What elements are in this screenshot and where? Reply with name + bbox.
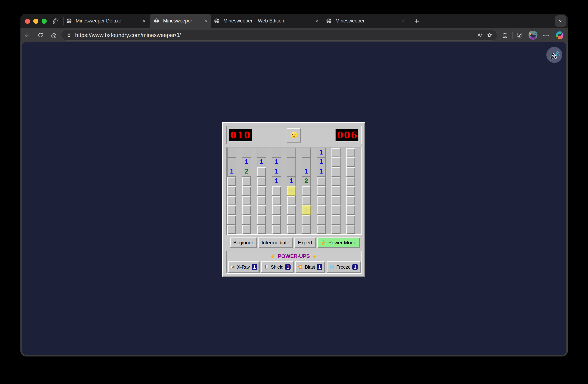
power-mode-button[interactable]: Power Mode: [317, 237, 360, 248]
cell-r5c1[interactable]: [227, 186, 236, 196]
close-tab-icon[interactable]: [204, 19, 208, 23]
smiley-reset-button[interactable]: [287, 128, 301, 142]
cell-r3c2[interactable]: 2: [242, 167, 251, 177]
cell-r6c3[interactable]: [257, 196, 266, 205]
cell-r1c1[interactable]: [227, 148, 236, 158]
cell-r7c3[interactable]: [257, 205, 266, 215]
cell-r4c4[interactable]: 1: [272, 177, 281, 186]
cell-r5c4[interactable]: [272, 186, 281, 196]
extensions-icon[interactable]: [502, 28, 508, 42]
cell-r2c9[interactable]: [346, 158, 355, 167]
zoom-window-button[interactable]: [42, 19, 47, 24]
cell-r4c7[interactable]: [317, 177, 326, 186]
tab-minesweeper-web-edition[interactable]: Minesweeper – Web Edition: [211, 14, 323, 28]
cell-r8c2[interactable]: [242, 215, 251, 225]
cell-r5c8[interactable]: [332, 186, 340, 196]
close-tab-icon[interactable]: [315, 19, 319, 23]
cell-r8c6[interactable]: [302, 215, 311, 225]
cell-r2c1[interactable]: [227, 158, 236, 167]
cell-r7c4[interactable]: [272, 205, 281, 215]
read-aloud-icon[interactable]: [477, 32, 483, 38]
cell-r8c5[interactable]: [287, 215, 296, 225]
xray-button[interactable]: X-Ray 1: [228, 261, 259, 273]
cell-r2c2[interactable]: 1: [242, 158, 251, 167]
cell-r9c5[interactable]: [287, 225, 296, 234]
beginner-button[interactable]: Beginner: [230, 237, 257, 248]
cell-r5c2[interactable]: [242, 186, 251, 196]
cell-r5c9[interactable]: [346, 186, 355, 196]
cell-r8c8[interactable]: [332, 215, 340, 225]
cell-r7c8[interactable]: [332, 205, 340, 215]
cell-r4c5[interactable]: 1: [287, 177, 296, 186]
intermediate-button[interactable]: Intermediate: [258, 237, 293, 248]
cell-r7c7[interactable]: [317, 205, 326, 215]
cell-r9c9[interactable]: [346, 225, 355, 234]
cell-r6c6[interactable]: [302, 196, 311, 205]
cell-r7c1[interactable]: [227, 205, 236, 215]
cell-r2c3[interactable]: 1: [257, 158, 266, 167]
cell-r6c5[interactable]: [287, 196, 296, 205]
cell-r3c5[interactable]: [287, 167, 296, 177]
cell-r1c9[interactable]: [346, 148, 355, 158]
settings-menu-button[interactable]: [542, 28, 550, 42]
cell-r1c5[interactable]: [287, 148, 296, 158]
cell-r6c8[interactable]: [332, 196, 340, 205]
refresh-button[interactable]: [37, 28, 44, 42]
cell-r4c8[interactable]: [332, 177, 340, 186]
home-button[interactable]: [50, 28, 57, 42]
cell-r6c7[interactable]: [317, 196, 326, 205]
cell-r3c4[interactable]: 1: [272, 167, 281, 177]
cell-r5c5[interactable]: [287, 186, 296, 196]
cell-r2c6[interactable]: [302, 158, 311, 167]
cell-r6c1[interactable]: [227, 196, 236, 205]
copilot-icon[interactable]: [556, 31, 564, 39]
cell-r8c7[interactable]: [317, 215, 326, 225]
cell-r2c4[interactable]: 1: [272, 158, 281, 167]
cell-r2c5[interactable]: [287, 158, 296, 167]
cell-r5c3[interactable]: [257, 186, 266, 196]
cell-r7c5[interactable]: [287, 205, 296, 215]
cell-r3c1[interactable]: 1: [227, 167, 236, 177]
cell-r2c8[interactable]: [332, 158, 340, 167]
cell-r9c3[interactable]: [257, 225, 266, 234]
profile-avatar[interactable]: [528, 31, 538, 40]
tab-stack-icon[interactable]: [52, 18, 59, 24]
freeze-button[interactable]: Freeze 1: [327, 261, 360, 273]
cell-r8c3[interactable]: [257, 215, 266, 225]
cell-r5c6[interactable]: [302, 186, 311, 196]
tab-minesweeper-active[interactable]: Minesweeper: [150, 14, 211, 28]
shield-button[interactable]: Shield 1: [261, 261, 294, 273]
cell-r9c8[interactable]: [332, 225, 340, 234]
cell-r7c9[interactable]: [346, 205, 355, 215]
close-window-button[interactable]: [25, 19, 30, 24]
close-tab-icon[interactable]: [401, 19, 405, 23]
cell-r3c7[interactable]: 1: [317, 167, 326, 177]
cell-r9c7[interactable]: [317, 225, 326, 234]
cell-r8c9[interactable]: [346, 215, 355, 225]
cell-r5c7[interactable]: [317, 186, 326, 196]
cell-r1c8[interactable]: [332, 148, 340, 158]
cell-r6c2[interactable]: [242, 196, 251, 205]
sound-toggle-button[interactable]: [546, 47, 562, 63]
cell-r9c6[interactable]: [302, 225, 311, 234]
cell-r2c7[interactable]: 1: [317, 158, 326, 167]
cell-r9c2[interactable]: [242, 225, 251, 234]
cell-r3c6[interactable]: 1: [302, 167, 311, 177]
cell-r7c6[interactable]: [302, 205, 311, 215]
cell-r1c4[interactable]: [272, 148, 281, 158]
minimize-window-button[interactable]: [33, 19, 38, 24]
cell-r1c6[interactable]: [302, 148, 311, 158]
expert-button[interactable]: Expert: [294, 237, 316, 248]
cell-r4c3[interactable]: [257, 177, 266, 186]
cell-r4c1[interactable]: [227, 177, 236, 186]
cell-r3c3[interactable]: [257, 167, 266, 177]
close-tab-icon[interactable]: [142, 19, 146, 23]
cell-r8c4[interactable]: [272, 215, 281, 225]
cell-r7c2[interactable]: [242, 205, 251, 215]
cell-r3c8[interactable]: [332, 167, 340, 177]
back-button[interactable]: [24, 28, 31, 42]
cell-r4c6[interactable]: 2: [302, 177, 311, 186]
cell-r6c4[interactable]: [272, 196, 281, 205]
new-tab-button[interactable]: [414, 18, 420, 24]
cell-r4c9[interactable]: [346, 177, 355, 186]
